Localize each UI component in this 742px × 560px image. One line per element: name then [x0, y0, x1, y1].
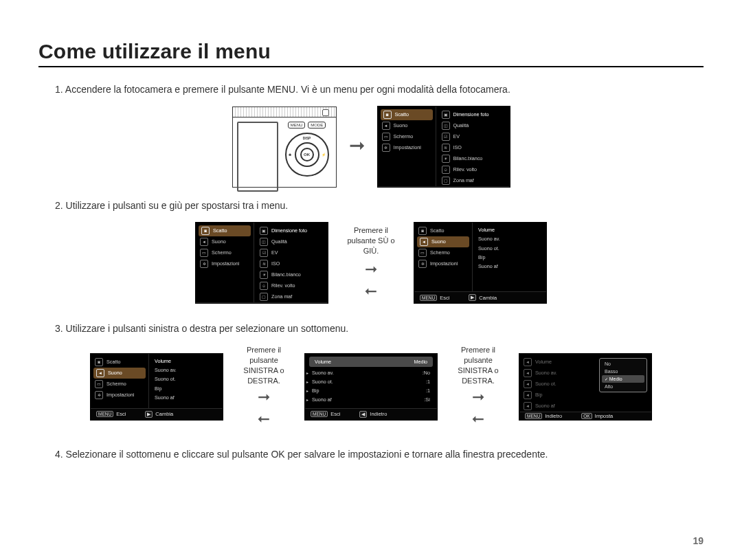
arrow-left-icon: ➞ — [365, 282, 377, 300]
submenu-item: ▣Dimensione foto — [436, 109, 510, 120]
submenu-item: ◫Qualità — [436, 120, 510, 131]
lcd-screen-scatto-b: ◙Scatto ◄Suono ▭Schermo ✲Impostazioni ▣D… — [195, 222, 328, 304]
speaker-icon: ◄ — [382, 122, 390, 130]
ok-key-icon: OK — [581, 413, 592, 419]
volume-option-selected: Medio — [602, 375, 644, 383]
size-icon: ▣ — [442, 111, 450, 119]
quality-icon: ◫ — [442, 122, 450, 130]
lcd-screen-volume-popup: ◄Volume ◄Suono av. ◄Suono ot. ◄Bip ◄Suon… — [519, 353, 652, 421]
submenu-item: ☀Bilanc.bianco — [436, 153, 510, 164]
camera-menu-button: MENU — [288, 122, 306, 128]
volume-option: Alto — [602, 383, 644, 390]
submenu-item: ☑EV — [436, 131, 510, 142]
camera-icon: ◙ — [383, 111, 392, 119]
camera-dpad: DISP ❀ ⚡ OK — [285, 133, 329, 177]
menu-item-suono: ◄Suono — [378, 120, 436, 131]
volume-option: No — [602, 360, 644, 368]
step-4-text: 4. Selezionare il sottomenu e cliccare s… — [55, 449, 704, 460]
lcd-screen-scatto: ◙Scatto ◄Suono ▭Schermo ✲Impostazioni ▣D… — [377, 106, 510, 188]
iso-icon: ≋ — [442, 144, 450, 152]
title-rule — [38, 66, 704, 67]
dpad-left-icon: ❀ — [289, 153, 291, 157]
af-icon: ▢ — [442, 177, 450, 185]
updown-caption: Premere il pulsante SÙ o GIÙ. — [344, 225, 398, 256]
camera-mode-button: MODE — [308, 122, 326, 128]
menu-key-icon: MENU — [383, 188, 401, 188]
arrow-right-icon: ➞ — [349, 134, 365, 157]
submenu-item: ▢Zona maf — [436, 175, 510, 186]
dpad-right-icon: ⚡ — [322, 153, 326, 157]
setting-row: ▸Suono ot.:1 — [305, 377, 437, 386]
setting-header-val: Medio — [414, 359, 427, 365]
footer-indietro: Indietro — [370, 411, 387, 417]
camera-illustration: MENU MODE DISP ❀ ⚡ OK — [232, 107, 337, 188]
setting-header-row: Volume Medio — [309, 357, 433, 367]
lr-caption-2: Premere il pulsante SINISTRA o DESTRA. — [447, 345, 509, 385]
footer-esci: Esci — [403, 188, 413, 188]
main-menu-list: ◙Scatto ◄Suono ▭Schermo ✲Impostazioni — [378, 107, 436, 186]
wb-icon: ☀ — [442, 155, 450, 163]
step-3-text: 3. Utilizzare i pulsanti sinistra o dest… — [55, 323, 704, 334]
lcd-screen-suono: ◙Scatto ◄Suono ▭Schermo ✲Impostazioni Vo… — [414, 222, 547, 304]
step-2-text: 2. Utilizzare i pulsanti su e giù per sp… — [55, 200, 704, 211]
submenu-item: ☺Rilev. volto — [436, 164, 510, 175]
row-step1: MENU MODE DISP ❀ ⚡ OK ➞ ◙Scatto ◄S — [38, 106, 704, 188]
lcd-screen-suono-b: ◙Scatto ◄Suono ▭Schermo ✲Impostazioni Vo… — [90, 353, 223, 421]
gear-icon: ✲ — [382, 144, 390, 152]
setting-row: ▸Suono av.:No — [305, 368, 437, 377]
menu-item-suono-selected: ◄Suono — [417, 236, 469, 247]
setting-row: ▸Bip:1 — [305, 386, 437, 395]
setting-header-key: Volume — [315, 359, 331, 365]
step-1-text: 1. Accendere la fotocamera e premere il … — [55, 84, 704, 95]
ev-icon: ☑ — [442, 133, 450, 141]
row-step3: ◙Scatto ◄Suono ▭Schermo ✲Impostazioni Vo… — [38, 345, 704, 428]
arrow-left-icon: ➞ — [258, 410, 270, 428]
arrow-right-icon: ➞ — [258, 388, 270, 406]
volume-option: Basso — [602, 368, 644, 375]
display-icon: ▭ — [382, 133, 390, 141]
face-icon: ☺ — [442, 166, 450, 174]
submenu-list-shoot: ▣Dimensione foto ◫Qualità ☑EV ≋ISO ☀Bila… — [436, 107, 510, 186]
setting-row: ▸Suono af:Sí — [305, 395, 437, 404]
arrows-bidirectional: ➞ ➞ — [365, 260, 377, 300]
page-number: 19 — [693, 535, 704, 546]
lr-caption-1: Premere il pulsante SINISTRA o DESTRA. — [233, 345, 295, 385]
arrow-left-icon: ➞ — [472, 410, 484, 428]
page-title: Come utilizzare il menu — [38, 40, 704, 63]
menu-item-schermo: ▭Schermo — [378, 131, 436, 142]
play-key-icon: ▶ — [432, 187, 440, 188]
dpad-disp-label: DISP — [303, 136, 311, 140]
lcd-footer: MENUEsci ▶Cambia — [378, 186, 510, 188]
dpad-ok-button: OK — [300, 148, 314, 161]
menu-item-scatto: ◙Scatto — [381, 109, 433, 120]
submenu-item: ≋ISO — [436, 142, 510, 153]
menu-item-impostazioni: ✲Impostazioni — [378, 142, 436, 153]
footer-imposta: Imposta — [595, 413, 614, 419]
row-step2: ◙Scatto ◄Suono ▭Schermo ✲Impostazioni ▣D… — [38, 222, 704, 304]
arrow-right-icon: ➞ — [365, 260, 377, 278]
footer-cambia: Cambia — [442, 188, 460, 188]
volume-options-popup: No Basso Medio Alto — [599, 358, 647, 392]
lcd-screen-volume-settings: Volume Medio ▸Suono av.:No ▸Suono ot.:1 … — [304, 353, 438, 421]
arrow-right-icon: ➞ — [472, 388, 484, 406]
